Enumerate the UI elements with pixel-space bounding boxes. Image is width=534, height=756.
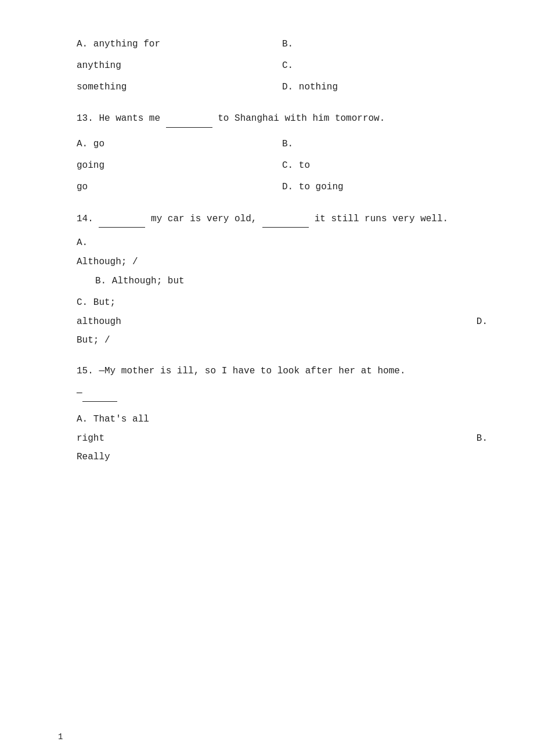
q13-option-D-label: D. [282, 182, 293, 192]
q14-option-C-label: C. [77, 297, 88, 308]
page-number: 1 [58, 730, 63, 744]
q13-option-D: D. to going [282, 178, 488, 197]
q15-option-A-text: That's all [93, 414, 149, 424]
option-something-text: something [77, 82, 127, 92]
option-A: A. anything for [77, 35, 282, 54]
q13-go2-text: go [77, 182, 88, 192]
q14-although-text: although [77, 314, 121, 330]
q13-option-C-label: C. [282, 160, 293, 171]
option-C: C. [282, 56, 488, 75]
q14-blank1 [99, 211, 145, 228]
q14-option-B-row: B. Although; but [95, 273, 488, 290]
option-A-text: anything for [93, 39, 160, 49]
option-D: D. nothing [282, 78, 488, 97]
q14-option-A-text: Although; / [77, 254, 488, 271]
q14-options: A. Although; / B. Although; but C. But; … [77, 235, 488, 349]
q14-although-slash: Although; / [77, 257, 138, 267]
q13-options: A. go B. going C. to go D. to going [77, 135, 488, 196]
q14-option-A-label: A. [77, 237, 88, 248]
question-prev: A. anything for B. anything C. something… [58, 35, 488, 96]
q15-option-A-label: A. [77, 414, 88, 424]
q13-option-go2: go [77, 178, 282, 197]
q14-but-slash: But; / [77, 335, 110, 345]
q13-blank [166, 110, 212, 128]
q15-number: 15. [77, 366, 93, 376]
q13-option-C: C. to [282, 156, 488, 175]
q13-option-D-text: to going [299, 182, 344, 192]
q13-going-text: going [77, 160, 104, 171]
question-13: 13. He wants me to Shanghai with him tom… [58, 110, 488, 196]
q15-dialogue2: — [77, 384, 488, 402]
question-14: 14. my car is very old, it still runs ve… [58, 211, 488, 350]
q15-right-text: right [77, 430, 104, 447]
option-anything-text: anything [77, 60, 121, 71]
q13-option-B-label: B. [282, 139, 293, 149]
q13-option-A-label: A. [77, 139, 88, 149]
q14-option-D-text: But; / [77, 332, 488, 349]
q14-blank2 [262, 211, 309, 228]
q15-option-B-label: B. [477, 430, 488, 447]
question-14-text: 14. my car is very old, it still runs ve… [58, 211, 488, 228]
option-B-label: B. [282, 39, 293, 49]
q13-option-A-text: go [93, 139, 104, 149]
q15-option-B-text: Really [77, 449, 488, 466]
q13-number: 13. [77, 113, 93, 124]
q14-number: 14. [77, 214, 93, 224]
option-C-label: C. [282, 60, 293, 71]
q15-option-A-cont: right B. [77, 430, 488, 447]
q14-option-B-text: Although; but [112, 276, 185, 286]
q14-option-C-row: C. But; [77, 294, 488, 311]
option-D-label: D. [282, 82, 293, 92]
q14-option-C-cont: although D. [77, 314, 488, 330]
q14-option-D-label: D. [477, 314, 488, 330]
q14-option-A-row: A. [77, 235, 488, 251]
q13-option-A: A. go [77, 135, 282, 154]
q13-option-B: B. [282, 135, 488, 154]
q13-option-C-text: to [299, 160, 310, 171]
q15-really-text: Really [77, 452, 110, 462]
option-something: something [77, 78, 282, 97]
question-13-text: 13. He wants me to Shanghai with him tom… [58, 110, 488, 128]
q14-option-B-label: B. [95, 276, 106, 286]
q15-options: A. That's all right B. Really [77, 411, 488, 466]
q15-blank [82, 384, 117, 402]
q14-option-C-text: But; [93, 297, 116, 308]
option-anything: anything [77, 56, 282, 75]
option-D-text: nothing [299, 82, 338, 92]
option-A-label: A. [77, 39, 88, 49]
q13-option-going: going [77, 156, 282, 175]
option-B: B. [282, 35, 488, 54]
options-grid-prev: A. anything for B. anything C. something… [77, 35, 488, 96]
question-15: 15. —My mother is ill, so I have to look… [58, 363, 488, 466]
q15-dialogue1: 15. —My mother is ill, so I have to look… [58, 363, 488, 380]
q15-option-A-row: A. That's all [77, 411, 488, 428]
